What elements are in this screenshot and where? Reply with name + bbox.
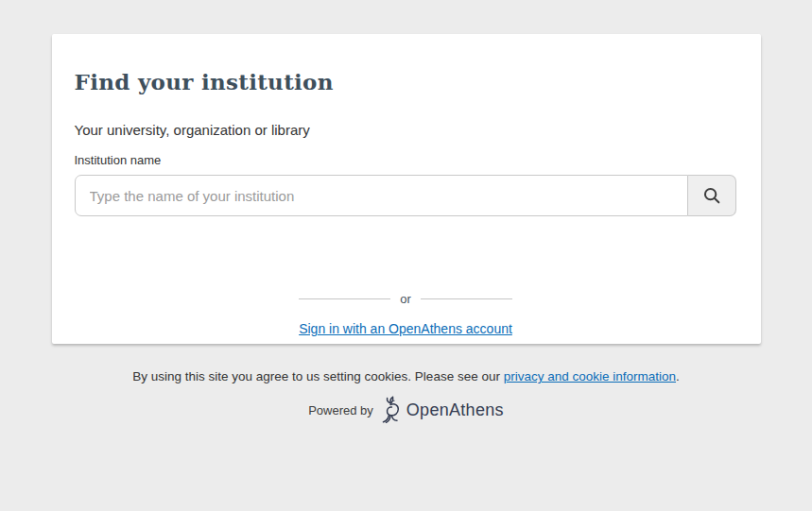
- openathens-wordmark: OpenAthens: [406, 400, 504, 420]
- divider-or-text: or: [390, 292, 421, 306]
- institution-search-group: [75, 175, 736, 216]
- find-institution-card: Find your institution Your university, o…: [52, 34, 761, 344]
- divider-line-left: [299, 298, 390, 299]
- institution-search-input[interactable]: [75, 175, 688, 216]
- cookie-text-before: By using this site you agree to us setti…: [132, 369, 503, 383]
- cookie-text-after: .: [676, 369, 680, 383]
- divider-line-right: [421, 298, 512, 299]
- powered-by-row: Powered by OpenAthens: [0, 396, 812, 424]
- page-background: Find your institution Your university, o…: [0, 0, 812, 424]
- footer: By using this site you agree to us setti…: [0, 369, 812, 424]
- signin-row: Sign in with an OpenAthens account: [75, 320, 737, 337]
- page-title: Find your institution: [75, 69, 737, 94]
- search-button[interactable]: [688, 175, 736, 216]
- search-icon: [701, 185, 722, 206]
- powered-by-label: Powered by: [308, 403, 373, 417]
- or-divider: or: [75, 292, 737, 306]
- card-subtitle: Your university, organization or library: [75, 122, 737, 138]
- openathens-signin-link[interactable]: Sign in with an OpenAthens account: [299, 321, 512, 336]
- cookie-notice: By using this site you agree to us setti…: [0, 369, 812, 383]
- institution-name-label: Institution name: [75, 153, 737, 167]
- openathens-owl-icon: [380, 396, 404, 424]
- privacy-cookie-link[interactable]: privacy and cookie information: [504, 369, 676, 383]
